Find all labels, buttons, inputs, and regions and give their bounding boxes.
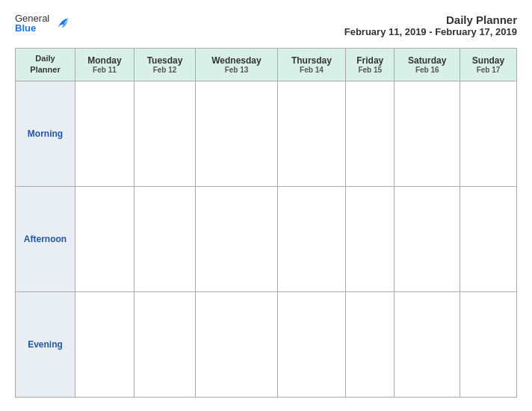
cell-morning-saturday[interactable]	[395, 81, 460, 186]
cell-afternoon-tuesday[interactable]	[134, 186, 195, 291]
cell-afternoon-sunday[interactable]	[460, 186, 517, 291]
day-date-thursday: Feb 14	[281, 66, 342, 74]
day-date-sunday: Feb 17	[463, 66, 513, 74]
cell-morning-sunday[interactable]	[460, 81, 517, 186]
cell-afternoon-thursday[interactable]	[277, 186, 345, 291]
planner-title: Daily Planner	[344, 13, 517, 26]
cell-evening-tuesday[interactable]	[134, 291, 195, 397]
time-label-afternoon: Afternoon	[16, 186, 75, 291]
logo-area: General Blue	[15, 13, 70, 33]
cell-morning-friday[interactable]	[346, 81, 395, 186]
cell-evening-thursday[interactable]	[277, 291, 345, 397]
cell-evening-saturday[interactable]	[395, 291, 460, 397]
time-label-evening: Evening	[16, 291, 75, 397]
col-header-sunday: Sunday Feb 17	[460, 49, 517, 81]
logo-blue: Blue	[15, 23, 49, 33]
header: General Blue Daily Planner February 11, …	[15, 13, 517, 37]
day-name-tuesday: Tuesday	[137, 55, 192, 66]
day-name-sunday: Sunday	[463, 55, 513, 66]
day-name-friday: Friday	[349, 55, 391, 66]
cell-afternoon-friday[interactable]	[346, 186, 395, 291]
day-name-saturday: Saturday	[398, 55, 457, 66]
col-header-tuesday: Tuesday Feb 12	[134, 49, 195, 81]
cell-morning-wednesday[interactable]	[196, 81, 277, 186]
logo-text: General Blue	[15, 13, 49, 33]
cell-morning-thursday[interactable]	[277, 81, 345, 186]
row-evening: Evening	[16, 291, 517, 397]
cell-afternoon-saturday[interactable]	[395, 186, 460, 291]
col-header-saturday: Saturday Feb 16	[395, 49, 460, 81]
col-header-wednesday: Wednesday Feb 13	[196, 49, 277, 81]
day-name-thursday: Thursday	[281, 55, 342, 66]
row-afternoon: Afternoon	[16, 186, 517, 291]
logo-bird-icon	[54, 15, 70, 31]
calendar-table: DailyPlanner Monday Feb 11 Tuesday Feb 1…	[15, 48, 517, 398]
col-header-monday: Monday Feb 11	[75, 49, 134, 81]
col-header-thursday: Thursday Feb 14	[277, 49, 345, 81]
col-header-friday: Friday Feb 15	[346, 49, 395, 81]
cell-evening-monday[interactable]	[75, 291, 134, 397]
day-date-saturday: Feb 16	[398, 66, 457, 74]
header-row: DailyPlanner Monday Feb 11 Tuesday Feb 1…	[16, 49, 517, 81]
row-morning: Morning	[16, 81, 517, 186]
cell-afternoon-monday[interactable]	[75, 186, 134, 291]
cell-afternoon-wednesday[interactable]	[196, 186, 277, 291]
cell-evening-sunday[interactable]	[460, 291, 517, 397]
cell-evening-friday[interactable]	[346, 291, 395, 397]
cell-evening-wednesday[interactable]	[196, 291, 277, 397]
col-header-label: DailyPlanner	[16, 49, 75, 81]
day-date-monday: Feb 11	[78, 66, 131, 74]
planner-date-range: February 11, 2019 - February 17, 2019	[344, 26, 517, 37]
day-date-friday: Feb 15	[349, 66, 391, 74]
day-date-tuesday: Feb 12	[137, 66, 192, 74]
day-name-monday: Monday	[78, 55, 131, 66]
page: General Blue Daily Planner February 11, …	[0, 0, 532, 411]
cell-morning-monday[interactable]	[75, 81, 134, 186]
day-date-wednesday: Feb 13	[199, 66, 273, 74]
title-area: Daily Planner February 11, 2019 - Februa…	[344, 13, 517, 37]
day-name-wednesday: Wednesday	[199, 55, 273, 66]
time-label-morning: Morning	[16, 81, 75, 186]
cell-morning-tuesday[interactable]	[134, 81, 195, 186]
